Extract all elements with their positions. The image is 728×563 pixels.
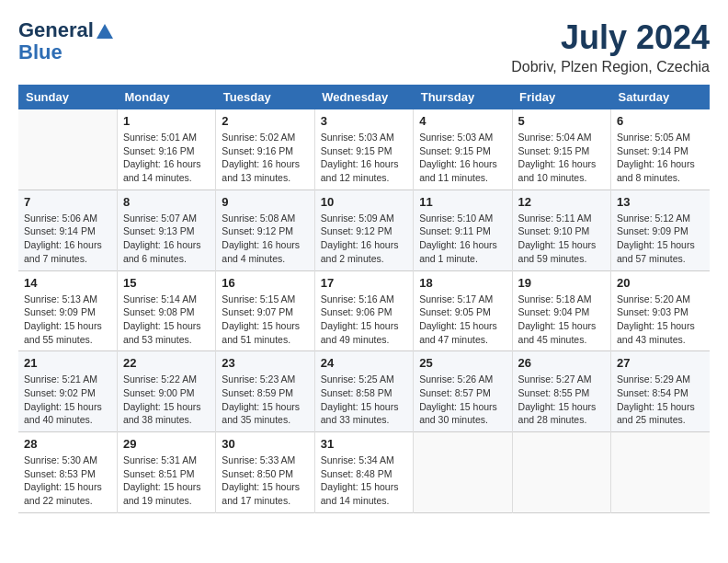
day-number: 31: [321, 437, 407, 451]
day-info: Sunrise: 5:34 AMSunset: 8:48 PMDaylight:…: [321, 454, 407, 508]
calendar-cell: 3Sunrise: 5:03 AMSunset: 9:15 PMDaylight…: [314, 109, 413, 190]
calendar-cell: 30Sunrise: 5:33 AMSunset: 8:50 PMDayligh…: [216, 432, 314, 513]
calendar-cell: [18, 109, 117, 190]
day-number: 26: [518, 356, 605, 370]
day-number: 8: [123, 195, 210, 209]
calendar-cell: 11Sunrise: 5:10 AMSunset: 9:11 PMDayligh…: [414, 190, 512, 270]
day-info: Sunrise: 5:27 AMSunset: 8:55 PMDaylight:…: [518, 373, 605, 427]
header-day-thursday: Thursday: [414, 85, 512, 109]
day-info: Sunrise: 5:05 AMSunset: 9:14 PMDaylight:…: [617, 131, 704, 185]
day-number: 25: [419, 356, 506, 370]
day-number: 15: [123, 276, 210, 290]
calendar-table: SundayMondayTuesdayWednesdayThursdayFrid…: [18, 85, 710, 513]
day-number: 17: [321, 276, 407, 290]
day-number: 12: [518, 195, 605, 209]
calendar-cell: 4Sunrise: 5:03 AMSunset: 9:15 PMDaylight…: [414, 109, 512, 190]
calendar-cell: 21Sunrise: 5:21 AMSunset: 9:02 PMDayligh…: [18, 351, 117, 432]
day-number: 4: [419, 114, 506, 128]
calendar-cell: [414, 432, 512, 513]
header-day-monday: Monday: [117, 85, 215, 109]
day-number: 20: [617, 276, 704, 290]
day-info: Sunrise: 5:03 AMSunset: 9:15 PMDaylight:…: [321, 131, 407, 185]
day-info: Sunrise: 5:01 AMSunset: 9:16 PMDaylight:…: [123, 131, 210, 185]
calendar-cell: 1Sunrise: 5:01 AMSunset: 9:16 PMDaylight…: [117, 109, 215, 190]
day-info: Sunrise: 5:20 AMSunset: 9:03 PMDaylight:…: [617, 293, 704, 347]
calendar-cell: 5Sunrise: 5:04 AMSunset: 9:15 PMDaylight…: [512, 109, 610, 190]
day-number: 1: [123, 114, 210, 128]
day-info: Sunrise: 5:10 AMSunset: 9:11 PMDaylight:…: [419, 212, 506, 266]
day-number: 3: [321, 114, 407, 128]
day-info: Sunrise: 5:12 AMSunset: 9:09 PMDaylight:…: [617, 212, 704, 266]
calendar-cell: 2Sunrise: 5:02 AMSunset: 9:16 PMDaylight…: [216, 109, 314, 190]
calendar-cell: 7Sunrise: 5:06 AMSunset: 9:14 PMDaylight…: [18, 190, 117, 270]
calendar-cell: 8Sunrise: 5:07 AMSunset: 9:13 PMDaylight…: [117, 190, 215, 270]
day-info: Sunrise: 5:30 AMSunset: 8:53 PMDaylight:…: [24, 454, 111, 508]
day-info: Sunrise: 5:14 AMSunset: 9:08 PMDaylight:…: [123, 293, 210, 347]
calendar-cell: 10Sunrise: 5:09 AMSunset: 9:12 PMDayligh…: [314, 190, 413, 270]
title-area: July 2024 Dobriv, Plzen Region, Czechia: [511, 18, 710, 75]
day-number: 29: [123, 437, 210, 451]
header-day-wednesday: Wednesday: [314, 85, 413, 109]
logo: General Blue: [18, 18, 113, 63]
calendar-cell: 25Sunrise: 5:26 AMSunset: 8:57 PMDayligh…: [414, 351, 512, 432]
calendar-cell: 27Sunrise: 5:29 AMSunset: 8:54 PMDayligh…: [611, 351, 710, 432]
day-number: 10: [321, 195, 407, 209]
calendar-header: SundayMondayTuesdayWednesdayThursdayFrid…: [18, 85, 710, 109]
day-number: 14: [24, 276, 111, 290]
day-info: Sunrise: 5:29 AMSunset: 8:54 PMDaylight:…: [617, 373, 704, 427]
day-info: Sunrise: 5:09 AMSunset: 9:12 PMDaylight:…: [321, 212, 407, 266]
header-day-friday: Friday: [512, 85, 610, 109]
calendar-cell: 29Sunrise: 5:31 AMSunset: 8:51 PMDayligh…: [117, 432, 215, 513]
day-number: 2: [222, 114, 308, 128]
day-info: Sunrise: 5:11 AMSunset: 9:10 PMDaylight:…: [518, 212, 605, 266]
header-day-sunday: Sunday: [18, 85, 117, 109]
calendar-cell: 19Sunrise: 5:18 AMSunset: 9:04 PMDayligh…: [512, 270, 610, 351]
calendar-cell: 31Sunrise: 5:34 AMSunset: 8:48 PMDayligh…: [314, 432, 413, 513]
day-number: 18: [419, 276, 506, 290]
day-number: 23: [222, 356, 308, 370]
day-number: 22: [123, 356, 210, 370]
location-subtitle: Dobriv, Plzen Region, Czechia: [511, 59, 710, 75]
day-info: Sunrise: 5:03 AMSunset: 9:15 PMDaylight:…: [419, 131, 506, 185]
day-info: Sunrise: 5:13 AMSunset: 9:09 PMDaylight:…: [24, 293, 111, 347]
day-number: 30: [222, 437, 308, 451]
calendar-cell: [611, 432, 710, 513]
day-info: Sunrise: 5:21 AMSunset: 9:02 PMDaylight:…: [24, 373, 111, 427]
calendar-cell: 16Sunrise: 5:15 AMSunset: 9:07 PMDayligh…: [216, 270, 314, 351]
calendar-cell: 13Sunrise: 5:12 AMSunset: 9:09 PMDayligh…: [611, 190, 710, 270]
day-info: Sunrise: 5:02 AMSunset: 9:16 PMDaylight:…: [222, 131, 308, 185]
day-info: Sunrise: 5:07 AMSunset: 9:13 PMDaylight:…: [123, 212, 210, 266]
calendar-cell: 22Sunrise: 5:22 AMSunset: 9:00 PMDayligh…: [117, 351, 215, 432]
logo-blue: Blue: [18, 42, 63, 63]
day-number: 21: [24, 356, 111, 370]
day-info: Sunrise: 5:06 AMSunset: 9:14 PMDaylight:…: [24, 212, 111, 266]
calendar-cell: 18Sunrise: 5:17 AMSunset: 9:05 PMDayligh…: [414, 270, 512, 351]
day-info: Sunrise: 5:25 AMSunset: 8:58 PMDaylight:…: [321, 373, 407, 427]
day-number: 19: [518, 276, 605, 290]
day-info: Sunrise: 5:15 AMSunset: 9:07 PMDaylight:…: [222, 293, 308, 347]
day-info: Sunrise: 5:16 AMSunset: 9:06 PMDaylight:…: [321, 293, 407, 347]
calendar-cell: 24Sunrise: 5:25 AMSunset: 8:58 PMDayligh…: [314, 351, 413, 432]
day-number: 9: [222, 195, 308, 209]
header-day-tuesday: Tuesday: [216, 85, 314, 109]
day-number: 24: [321, 356, 407, 370]
day-info: Sunrise: 5:26 AMSunset: 8:57 PMDaylight:…: [419, 373, 506, 427]
calendar-cell: 17Sunrise: 5:16 AMSunset: 9:06 PMDayligh…: [314, 270, 413, 351]
day-info: Sunrise: 5:18 AMSunset: 9:04 PMDaylight:…: [518, 293, 605, 347]
day-info: Sunrise: 5:31 AMSunset: 8:51 PMDaylight:…: [123, 454, 210, 508]
calendar-cell: 28Sunrise: 5:30 AMSunset: 8:53 PMDayligh…: [18, 432, 117, 513]
logo-triangle: [97, 24, 113, 39]
header: General Blue July 2024 Dobriv, Plzen Reg…: [18, 18, 710, 75]
day-info: Sunrise: 5:22 AMSunset: 9:00 PMDaylight:…: [123, 373, 210, 427]
day-info: Sunrise: 5:17 AMSunset: 9:05 PMDaylight:…: [419, 293, 506, 347]
calendar-cell: 12Sunrise: 5:11 AMSunset: 9:10 PMDayligh…: [512, 190, 610, 270]
calendar-cell: 9Sunrise: 5:08 AMSunset: 9:12 PMDaylight…: [216, 190, 314, 270]
calendar-cell: 26Sunrise: 5:27 AMSunset: 8:55 PMDayligh…: [512, 351, 610, 432]
day-number: 28: [24, 437, 111, 451]
header-day-saturday: Saturday: [611, 85, 710, 109]
day-info: Sunrise: 5:23 AMSunset: 8:59 PMDaylight:…: [222, 373, 308, 427]
calendar-cell: [512, 432, 610, 513]
day-number: 6: [617, 114, 704, 128]
day-info: Sunrise: 5:04 AMSunset: 9:15 PMDaylight:…: [518, 131, 605, 185]
month-title: July 2024: [511, 18, 710, 57]
